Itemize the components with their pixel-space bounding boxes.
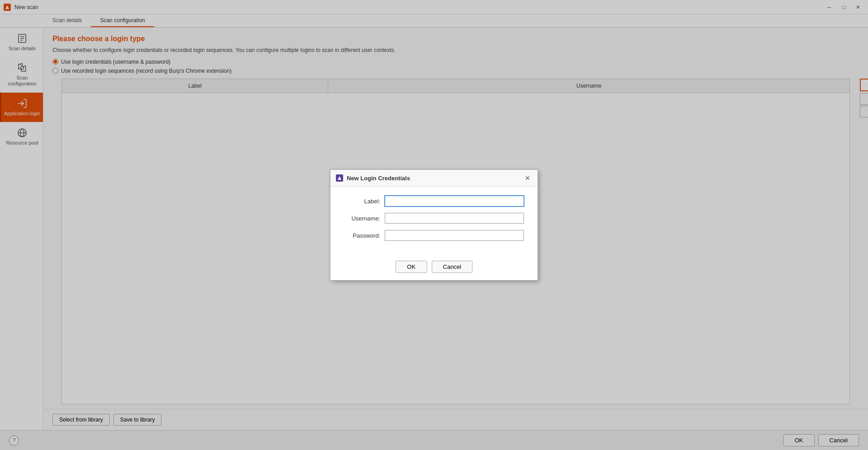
modal-titlebar-left: New Login Credentials — [336, 174, 410, 182]
password-input[interactable] — [385, 230, 524, 241]
modal-titlebar: New Login Credentials ✕ — [330, 170, 538, 187]
label-row: Label: — [344, 196, 524, 206]
new-login-credentials-dialog: New Login Credentials ✕ Label: Username:… — [330, 169, 538, 281]
label-input[interactable] — [385, 196, 524, 206]
password-field-label: Password: — [344, 232, 380, 239]
password-row: Password: — [344, 230, 524, 241]
modal-ok-button[interactable]: OK — [396, 261, 427, 273]
username-row: Username: — [344, 213, 524, 224]
username-field-label: Username: — [344, 215, 380, 222]
modal-footer: OK Cancel — [330, 256, 538, 280]
modal-close-button[interactable]: ✕ — [523, 173, 532, 183]
modal-title: New Login Credentials — [347, 175, 410, 182]
svg-marker-9 — [338, 176, 341, 180]
label-field-label: Label: — [344, 198, 380, 205]
modal-icon — [336, 174, 343, 182]
modal-body: Label: Username: Password: — [330, 187, 538, 256]
modal-cancel-button[interactable]: Cancel — [432, 261, 472, 273]
modal-overlay: New Login Credentials ✕ Label: Username:… — [0, 0, 868, 450]
username-input[interactable] — [385, 213, 524, 224]
